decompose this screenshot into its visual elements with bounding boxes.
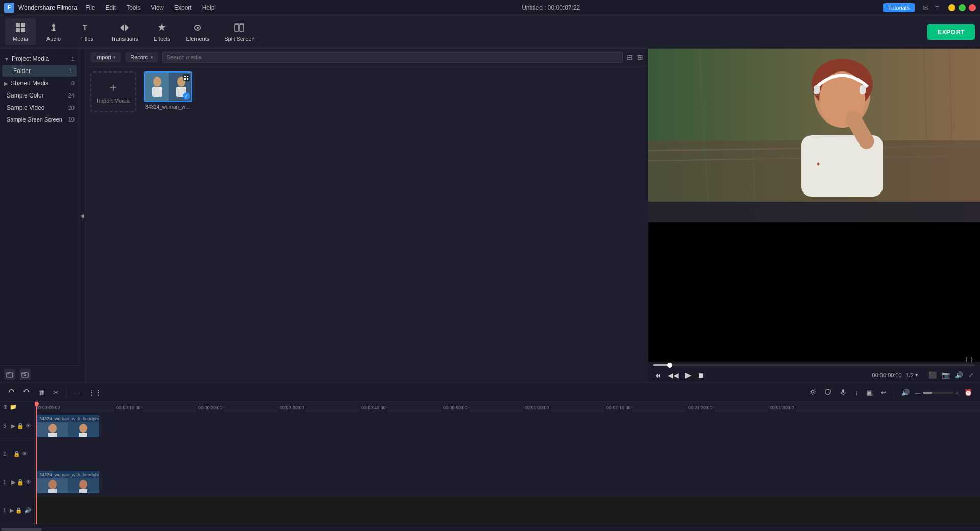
menu-export[interactable]: Export <box>170 3 196 12</box>
close-button[interactable] <box>969 4 976 11</box>
rewind-button[interactable]: ◀◀ <box>667 370 680 380</box>
tl-expand-button[interactable]: ↕ <box>852 387 861 398</box>
a1-volume-icon[interactable]: 🔊 <box>24 507 31 514</box>
timeline-scrollbar[interactable] <box>0 527 980 531</box>
tl-settings-button[interactable] <box>806 387 819 398</box>
volume-icon[interactable]: 🔊 <box>954 370 964 380</box>
split-button[interactable]: — <box>71 387 83 398</box>
settings-icon[interactable]: ≡ <box>935 4 939 12</box>
stop-button[interactable]: ⏹ <box>696 370 705 380</box>
timeline: 🗑 ✂ — ⋮⋮ ↕ ▣ ↩ 🔊 — <box>0 383 980 531</box>
toolbar-transitions[interactable]: Transitions <box>105 18 144 45</box>
toolbar-elements[interactable]: Elements <box>180 18 215 45</box>
tl-box-button[interactable]: ▣ <box>864 387 875 398</box>
clip-v3[interactable]: 34324_woman_with_headpho <box>37 415 99 437</box>
sample-video-section[interactable]: Sample Video 20 <box>0 102 79 114</box>
project-media-count: 1 <box>71 56 75 62</box>
app-logo: F <box>4 3 14 13</box>
more-button[interactable]: ⋮⋮ <box>86 387 104 398</box>
zoom-in-icon[interactable]: + <box>955 390 959 396</box>
preview-progress-dot <box>667 363 672 368</box>
record-button[interactable]: Record ▾ <box>125 52 158 62</box>
timeline-scroll-thumb[interactable] <box>1 528 42 531</box>
clip-v1[interactable]: 34324_woman_with_headpho <box>37 471 99 493</box>
v1-eye-icon[interactable]: 👁 <box>26 479 31 486</box>
tutorials-button[interactable]: Tutorials <box>883 3 915 12</box>
left-panel: ▼ Project Media 1 Folder 1 ▶ Shared Medi… <box>0 49 79 365</box>
preview-progress-bar[interactable]: } { <box>653 364 975 366</box>
menu-file[interactable]: File <box>81 3 99 12</box>
sample-green-screen-title: Sample Green Screen <box>7 116 68 123</box>
import-media-area[interactable]: + Import Media <box>90 71 136 112</box>
v1-play-icon[interactable]: ▶ <box>11 479 15 486</box>
delete-button[interactable]: 🗑 <box>36 387 47 398</box>
redo-button[interactable] <box>20 387 33 398</box>
collapse-handle[interactable]: ◀ <box>79 49 85 383</box>
menu-help[interactable]: Help <box>198 3 219 12</box>
a1-play-icon[interactable]: ▶ <box>10 507 14 514</box>
v3-lock-icon[interactable]: 🔒 <box>17 423 24 429</box>
new-folder-button[interactable] <box>19 369 31 380</box>
cut-button[interactable]: ✂ <box>51 387 61 398</box>
svg-point-9 <box>197 27 199 29</box>
ruler-mark-10: 00:00:10:00 <box>116 405 141 411</box>
zoom-slider[interactable] <box>923 392 953 394</box>
maximize-button[interactable] <box>959 4 966 11</box>
add-track-icon[interactable]: ⊕ <box>3 404 8 411</box>
ruler-mark-130: 00:01:30:00 <box>770 405 794 411</box>
prev-frame-button[interactable]: ⏮ <box>653 370 663 380</box>
screenshot-icon[interactable]: 📷 <box>941 370 951 380</box>
media-panel-toolbar: Import ▾ Record ▾ ⊟ ⊞ <box>85 49 648 66</box>
shared-media-section[interactable]: ▶ Shared Media 0 <box>0 77 79 89</box>
v3-num: 3 <box>3 423 9 429</box>
v3-eye-icon[interactable]: 👁 <box>26 423 31 429</box>
toolbar-audio[interactable]: Audio <box>38 18 69 45</box>
add-folder-button[interactable] <box>4 369 15 380</box>
shared-media-title: Shared Media <box>11 80 71 87</box>
menu-view[interactable]: View <box>146 3 168 12</box>
tl-clock-button[interactable]: ⏰ <box>962 387 975 398</box>
fullscreen-icon[interactable]: ⤢ <box>967 370 975 380</box>
search-input[interactable] <box>162 52 623 63</box>
a1-lock-icon[interactable]: 🔒 <box>15 507 22 514</box>
folder-item[interactable]: Folder 1 <box>2 65 77 77</box>
grid-view-icon[interactable]: ⊞ <box>637 53 643 61</box>
tl-mic-button[interactable] <box>837 387 849 398</box>
minimize-button[interactable] <box>948 4 955 11</box>
ruler-mark-0: 00:00:00:00 <box>36 405 60 411</box>
toolbar-media[interactable]: Media <box>5 18 36 45</box>
v1-lock-icon[interactable]: 🔒 <box>17 479 24 486</box>
svg-rect-50 <box>48 433 57 437</box>
timeline-tracks-container: 00:00:00:00 00:00:10:00 00:00:20:00 00:0… <box>35 402 980 527</box>
play-button[interactable]: ▶ <box>684 369 692 381</box>
monitor-icon[interactable]: ⬛ <box>927 370 938 380</box>
tl-shield-button[interactable] <box>822 387 834 398</box>
sample-green-screen-section[interactable]: Sample Green Screen 10 <box>0 114 79 125</box>
main-toolbar: Media Audio T Titles Transitions Effects… <box>0 15 980 49</box>
sample-color-section[interactable]: Sample Color 24 <box>0 89 79 102</box>
tl-loop-button[interactable]: ↩ <box>878 387 889 398</box>
tl-volume-button[interactable]: 🔊 <box>899 387 912 398</box>
svg-rect-19 <box>152 87 162 97</box>
media-item-video1[interactable]: ✓ 34324_woman_with... <box>144 71 192 378</box>
v2-eye-icon[interactable]: 👁 <box>22 451 28 457</box>
filter-icon[interactable]: ⊟ <box>627 53 633 61</box>
toolbar-effects[interactable]: Effects <box>146 18 177 45</box>
playhead-ruler <box>36 402 37 412</box>
undo-button[interactable] <box>5 387 17 398</box>
menu-tools[interactable]: Tools <box>122 3 144 12</box>
media-thumbnail-video1[interactable]: ✓ <box>144 71 192 102</box>
toolbar-splitscreen[interactable]: Split Screen <box>218 18 260 45</box>
menu-edit[interactable]: Edit <box>102 3 120 12</box>
toolbar-titles[interactable]: T Titles <box>71 18 102 45</box>
add-folder-icon[interactable]: 📁 <box>10 404 17 411</box>
zoom-out-icon[interactable]: — <box>915 390 921 396</box>
import-button[interactable]: Import ▾ <box>90 52 121 62</box>
export-button[interactable]: EXPORT <box>927 24 975 40</box>
sample-color-count: 24 <box>68 92 75 99</box>
notifications-icon[interactable]: ✉ <box>923 4 929 12</box>
v2-lock-icon[interactable]: 🔒 <box>13 451 20 457</box>
v3-play-icon[interactable]: ▶ <box>11 423 15 429</box>
project-media-section[interactable]: ▼ Project Media 1 <box>0 53 79 65</box>
preview-panel: ♦ } { ⏮ ◀◀ ▶ ⏹ 00:00:00:00 <box>648 49 980 383</box>
